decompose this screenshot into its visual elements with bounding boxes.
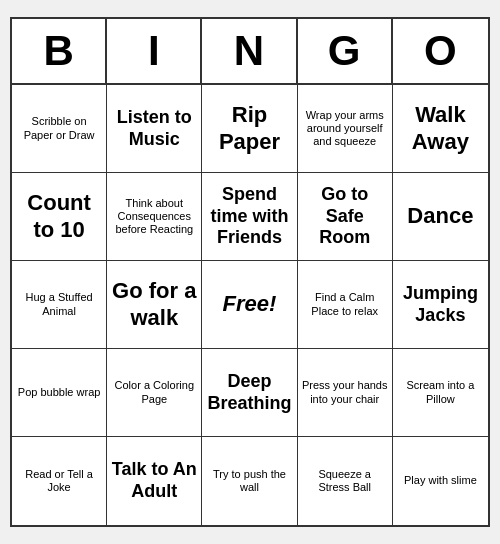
bingo-letter-b: B xyxy=(12,19,107,83)
bingo-cell-18[interactable]: Press your hands into your chair xyxy=(298,349,393,437)
bingo-cell-0[interactable]: Scribble on Paper or Draw xyxy=(12,85,107,173)
bingo-letter-o: O xyxy=(393,19,488,83)
bingo-cell-7[interactable]: Spend time with Friends xyxy=(202,173,297,261)
bingo-cell-24[interactable]: Play with slime xyxy=(393,437,488,525)
bingo-cell-1[interactable]: Listen to Music xyxy=(107,85,202,173)
bingo-cell-21[interactable]: Talk to An Adult xyxy=(107,437,202,525)
bingo-header: BINGO xyxy=(12,19,488,85)
bingo-cell-10[interactable]: Hug a Stuffed Animal xyxy=(12,261,107,349)
bingo-cell-2[interactable]: Rip Paper xyxy=(202,85,297,173)
bingo-cell-22[interactable]: Try to push the wall xyxy=(202,437,297,525)
bingo-cell-15[interactable]: Pop bubble wrap xyxy=(12,349,107,437)
bingo-card: BINGO Scribble on Paper or DrawListen to… xyxy=(10,17,490,527)
bingo-cell-14[interactable]: Jumping Jacks xyxy=(393,261,488,349)
bingo-cell-13[interactable]: Find a Calm Place to relax xyxy=(298,261,393,349)
bingo-cell-20[interactable]: Read or Tell a Joke xyxy=(12,437,107,525)
bingo-letter-g: G xyxy=(298,19,393,83)
bingo-cell-17[interactable]: Deep Breathing xyxy=(202,349,297,437)
bingo-cell-19[interactable]: Scream into a Pillow xyxy=(393,349,488,437)
bingo-cell-23[interactable]: Squeeze a Stress Ball xyxy=(298,437,393,525)
bingo-grid: Scribble on Paper or DrawListen to Music… xyxy=(12,85,488,525)
bingo-cell-16[interactable]: Color a Coloring Page xyxy=(107,349,202,437)
bingo-letter-n: N xyxy=(202,19,297,83)
bingo-cell-5[interactable]: Count to 10 xyxy=(12,173,107,261)
bingo-cell-4[interactable]: Walk Away xyxy=(393,85,488,173)
bingo-cell-11[interactable]: Go for a walk xyxy=(107,261,202,349)
bingo-cell-3[interactable]: Wrap your arms around yourself and squee… xyxy=(298,85,393,173)
bingo-cell-9[interactable]: Dance xyxy=(393,173,488,261)
bingo-cell-12[interactable]: Free! xyxy=(202,261,297,349)
bingo-letter-i: I xyxy=(107,19,202,83)
bingo-cell-6[interactable]: Think about Consequences before Reacting xyxy=(107,173,202,261)
bingo-cell-8[interactable]: Go to Safe Room xyxy=(298,173,393,261)
